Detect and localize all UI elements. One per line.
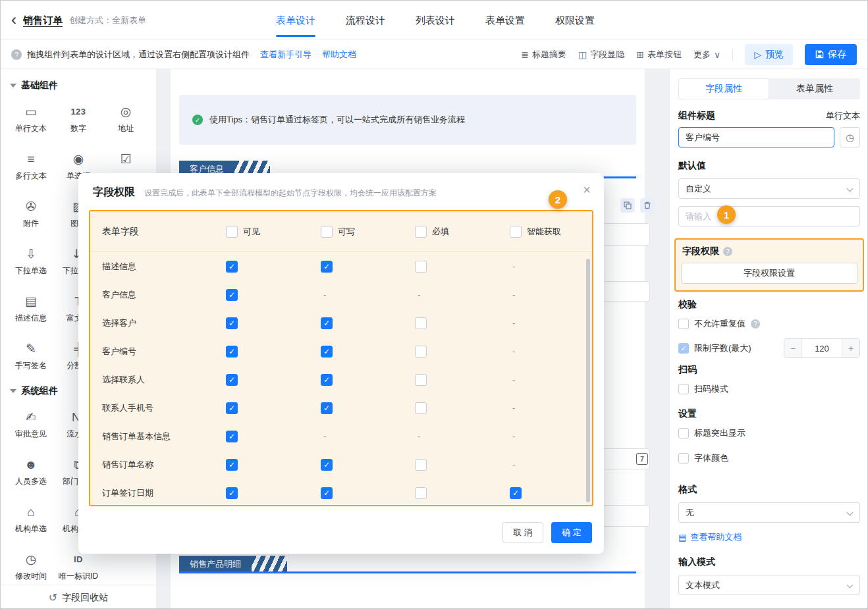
checkbox-checked[interactable]	[226, 374, 238, 386]
select-all-checkbox[interactable]	[415, 226, 427, 238]
char-limit-checkbox[interactable]	[678, 343, 689, 354]
checkbox-checked[interactable]	[321, 374, 333, 386]
select-all-checkbox[interactable]	[510, 226, 522, 238]
checkbox-checked[interactable]	[321, 261, 333, 273]
format-select[interactable]: 无	[678, 502, 860, 523]
checkbox-checked[interactable]	[321, 346, 333, 357]
scan-mode-checkbox[interactable]	[678, 384, 689, 394]
component-item[interactable]: ▤描述信息	[7, 294, 55, 323]
stepper-value[interactable]: 120	[801, 339, 842, 357]
checkbox-unchecked[interactable]	[415, 317, 427, 329]
component-item[interactable]: ✍审批意见	[7, 410, 55, 439]
column-header-cell: 必填	[415, 226, 510, 238]
select-all-checkbox[interactable]	[226, 226, 238, 238]
component-item[interactable]: ID唯一标识ID	[55, 552, 102, 581]
copy-field-button[interactable]	[620, 198, 635, 213]
permission-table: 表单字段 可见可写必填智能获取 描述信息-客户信息---选择客户-客户编号-选择…	[89, 210, 593, 506]
checkbox-checked[interactable]	[321, 317, 333, 329]
cancel-button[interactable]: 取 消	[502, 522, 543, 543]
help-icon[interactable]: ?	[11, 49, 22, 60]
component-item[interactable]: ☻人员多选	[7, 458, 55, 487]
form-title[interactable]: 销售订单	[23, 14, 63, 27]
checkbox-checked[interactable]	[226, 346, 238, 357]
not-applicable-dash: -	[512, 375, 515, 384]
checkbox-checked[interactable]	[226, 459, 238, 471]
checkbox-checked[interactable]	[226, 487, 238, 499]
checkbox-checked[interactable]	[226, 431, 238, 442]
approval-comment-icon: ✍	[26, 410, 36, 425]
close-icon[interactable]: ×	[583, 183, 591, 196]
toolbar-right: ≣标题摘要 ◫字段显隐 ⊞表单按钮 更多∨ ▷预览 保存	[521, 44, 857, 65]
checkbox-checked[interactable]	[226, 317, 238, 329]
checkbox-unchecked[interactable]	[415, 402, 427, 414]
component-item[interactable]: ◎地址	[102, 105, 149, 134]
field-permission-modal: 字段权限 设置完成后，此表单下全部流程模型的起始节点字段权限，均会统一应用该配置…	[78, 173, 604, 554]
select-all-checkbox[interactable]	[321, 226, 333, 238]
form-subtitle: 创建方式：全新表单	[69, 14, 146, 26]
section-tab-product-detail[interactable]: 销售产品明细	[179, 556, 287, 573]
title-summary-button[interactable]: ≣标题摘要	[521, 49, 566, 61]
checkbox-checked[interactable]	[321, 459, 333, 471]
checkbox-checked[interactable]	[510, 487, 522, 499]
field-recycle-bin[interactable]: ↺ 字段回收站	[1, 585, 156, 609]
input-mode-select[interactable]: 文本模式	[678, 575, 860, 595]
table-scrollbar[interactable]	[586, 259, 590, 502]
widget-title-input[interactable]: 客户编号	[678, 127, 834, 147]
section-basic-components[interactable]: 基础组件	[1, 69, 156, 92]
not-applicable-dash: -	[512, 431, 515, 441]
component-item[interactable]: ✎手写签名	[7, 342, 55, 371]
checkbox-checked[interactable]	[321, 402, 333, 414]
form-buttons-button[interactable]: ⊞表单按钮	[636, 49, 682, 61]
component-item[interactable]: ✇附件	[7, 199, 55, 228]
calendar-icon[interactable]: 7	[636, 453, 648, 465]
checkbox-unchecked[interactable]	[415, 459, 427, 471]
checkbox-checked[interactable]	[321, 487, 333, 499]
tab-field-properties[interactable]: 字段属性	[678, 78, 769, 99]
component-item[interactable]: 123数字	[55, 105, 102, 134]
help-docs-link[interactable]: ▤ 查看帮助文档	[678, 531, 860, 543]
back-icon[interactable]: ‹	[11, 12, 16, 28]
top-nav-tab[interactable]: 列表设计	[416, 1, 455, 40]
top-nav-tab[interactable]: 流程设计	[346, 1, 385, 40]
checkbox-unchecked[interactable]	[415, 374, 427, 386]
stepper-plus-button[interactable]: +	[842, 339, 859, 357]
question-icon[interactable]: ?	[723, 247, 732, 256]
field-permission-settings-button[interactable]: 字段权限设置	[681, 263, 857, 284]
tab-form-properties[interactable]: 表单属性	[769, 78, 860, 99]
no-duplicate-checkbox[interactable]	[678, 319, 689, 329]
delete-field-button[interactable]	[640, 198, 655, 213]
checkbox-checked[interactable]	[226, 402, 238, 414]
default-value-input[interactable]: 请输入	[678, 206, 860, 226]
component-item[interactable]: ◷修改时间	[7, 552, 55, 581]
checkbox-checked[interactable]	[226, 261, 238, 273]
top-nav-tab[interactable]: 表单设计	[276, 1, 315, 40]
default-value-select[interactable]: 自定义	[678, 178, 860, 199]
component-label: 地址	[118, 123, 134, 134]
preview-button[interactable]: ▷预览	[745, 44, 793, 65]
top-nav-tab[interactable]: 表单设置	[485, 1, 525, 40]
field-visibility-button[interactable]: ◫字段显隐	[578, 49, 624, 61]
checkbox-checked[interactable]	[226, 289, 238, 301]
more-button[interactable]: 更多∨	[693, 49, 720, 61]
question-icon[interactable]: ?	[751, 319, 760, 329]
save-button[interactable]: 保存	[805, 44, 857, 65]
guide-link[interactable]: 查看新手引导	[260, 49, 312, 61]
title-highlight-checkbox[interactable]	[678, 428, 689, 438]
top-nav-tab[interactable]: 权限设置	[555, 1, 595, 40]
component-item[interactable]: ▭单行文本	[7, 105, 55, 134]
stepper-minus-button[interactable]: −	[784, 339, 801, 357]
checkbox-unchecked[interactable]	[415, 261, 427, 273]
component-item[interactable]: ≡多行文本	[7, 152, 55, 181]
docs-link[interactable]: 帮助文档	[322, 49, 356, 61]
checkbox-icon: ☑	[120, 152, 131, 167]
checkbox-unchecked[interactable]	[415, 487, 427, 499]
component-item[interactable]: ⇩下拉单选	[7, 247, 55, 276]
checkbox-unchecked[interactable]	[415, 346, 427, 357]
section-tab-underline	[179, 571, 636, 573]
tips-text: 使用Tips：销售订单通过标签页，可以一站式完成所有销售业务流程	[209, 114, 465, 126]
field-history-button[interactable]: ◷	[840, 127, 860, 147]
font-color-checkbox[interactable]	[678, 453, 689, 463]
confirm-button[interactable]: 确 定	[551, 522, 592, 543]
unique-id-icon: ID	[74, 552, 83, 567]
component-item[interactable]: ⌂机构单选	[7, 505, 55, 534]
